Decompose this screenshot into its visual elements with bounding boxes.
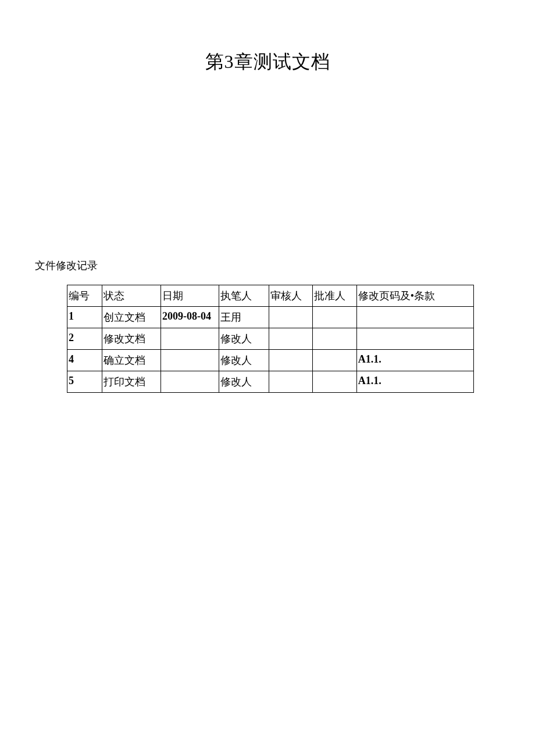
cell-author: 王用 <box>219 307 269 328</box>
cell-date: 2009-08-04 <box>160 307 219 328</box>
section-label: 文件修改记录 <box>35 259 98 273</box>
cell-notes: A1.1. <box>356 371 473 393</box>
cell-reviewer <box>269 328 312 350</box>
table-row: 1 创立文档 2009-08-04 王用 <box>67 307 474 328</box>
cell-notes: A1.1. <box>356 350 473 371</box>
table-row: 2 修改文档 修改人 <box>67 328 474 350</box>
cell-id: 5 <box>67 371 102 393</box>
table-row: 5 打印文档 修改人 A1.1. <box>67 371 474 393</box>
cell-reviewer <box>269 307 312 328</box>
cell-status: 确立文档 <box>102 350 161 371</box>
header-reviewer: 审核人 <box>269 285 312 307</box>
cell-approver <box>313 307 356 328</box>
table-row: 4 确立文档 修改人 A1.1. <box>67 350 474 371</box>
cell-date <box>160 328 219 350</box>
header-approver: 批准人 <box>313 285 356 307</box>
cell-date <box>160 371 219 393</box>
cell-status: 打印文档 <box>102 371 161 393</box>
cell-reviewer <box>269 350 312 371</box>
revision-table-container: 编号 状态 日期 执笔人 审核人 批准人 修改页码及•条款 1 创立文档 200… <box>67 285 474 393</box>
cell-author: 修改人 <box>219 371 269 393</box>
cell-author: 修改人 <box>219 350 269 371</box>
header-status: 状态 <box>102 285 161 307</box>
header-id: 编号 <box>67 285 102 307</box>
page-title: 第3章测试文档 <box>0 49 535 75</box>
cell-approver <box>313 350 356 371</box>
cell-author: 修改人 <box>219 328 269 350</box>
table-header-row: 编号 状态 日期 执笔人 审核人 批准人 修改页码及•条款 <box>67 285 474 307</box>
cell-id: 2 <box>67 328 102 350</box>
header-author: 执笔人 <box>219 285 269 307</box>
revision-table: 编号 状态 日期 执笔人 审核人 批准人 修改页码及•条款 1 创立文档 200… <box>67 285 474 393</box>
cell-approver <box>313 371 356 393</box>
cell-date <box>160 350 219 371</box>
cell-status: 修改文档 <box>102 328 161 350</box>
cell-status: 创立文档 <box>102 307 161 328</box>
cell-notes <box>356 328 473 350</box>
cell-approver <box>313 328 356 350</box>
header-notes: 修改页码及•条款 <box>356 285 473 307</box>
header-date: 日期 <box>160 285 219 307</box>
cell-id: 1 <box>67 307 102 328</box>
cell-notes <box>356 307 473 328</box>
cell-id: 4 <box>67 350 102 371</box>
cell-reviewer <box>269 371 312 393</box>
